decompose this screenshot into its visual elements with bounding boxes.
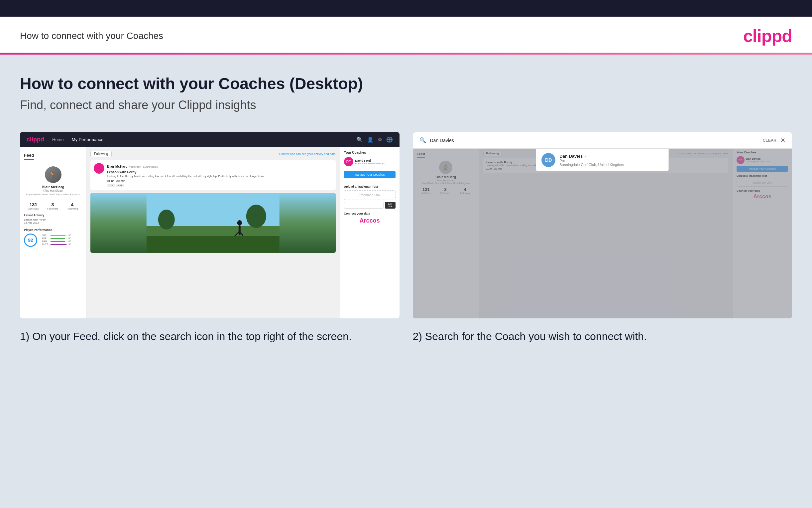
following-stat: 4 Following — [67, 202, 78, 210]
lesson-card: Blair McHarg Yesterday · Sunningdale Les… — [90, 160, 336, 190]
coaches-title: Your Coaches — [344, 151, 395, 154]
result-club: Sunningdale Golf Club, United Kingdom — [559, 163, 624, 167]
manage-coaches-button[interactable]: Manage Your Coaches — [344, 171, 395, 178]
profile-club: Royal North Devon Golf Club, United King… — [24, 193, 82, 196]
following-count: 4 — [67, 202, 78, 207]
bg-stat-1: 131Activities — [422, 187, 431, 194]
profile-nav-icon[interactable]: 👤 — [367, 136, 374, 143]
link-input-row: Add Link — [344, 202, 395, 209]
screenshot-block-2: clippd Home My Performance Feed 🏌 Blair … — [413, 132, 793, 344]
profile-name: Blair McHarg — [24, 185, 82, 189]
page-title: How to connect with your Coaches — [20, 31, 163, 41]
svg-point-3 — [158, 210, 175, 229]
bar-putt: PUTT 96 — [42, 243, 71, 246]
main-subtitle: Find, connect and share your Clippd insi… — [20, 98, 792, 112]
tag-app: APP — [116, 184, 124, 187]
putt-track — [51, 244, 67, 245]
followers-count: 3 — [47, 202, 58, 207]
activity-date: 03 Aug 2022 — [24, 221, 82, 224]
avatar-nav-icon[interactable]: 🌐 — [386, 136, 393, 143]
screenshot-block-1: clippd Home My Performance 🔍 👤 ⚙ 🌐 Feed — [20, 132, 399, 344]
app-track — [51, 238, 67, 239]
search-results: DD Dan Davies ✓ Pro Sunningdale Golf Clu… — [536, 149, 669, 171]
bg-arccos-logo: Arccos — [736, 194, 788, 200]
close-icon[interactable]: ✕ — [780, 137, 785, 144]
add-link-button[interactable]: Add Link — [385, 202, 395, 209]
app-val: 85 — [68, 237, 71, 240]
bg-name: Blair McHarg — [417, 175, 475, 179]
bg-stats: 131Activities 3Followers 4Following — [417, 187, 475, 194]
feed-tab[interactable]: Feed — [24, 153, 34, 160]
bg-right: Your Coaches DD Dan Davies Sunningdale G… — [732, 147, 792, 319]
arg-val: 86 — [68, 240, 71, 243]
lesson-coach-avatar — [94, 163, 104, 174]
bg-stat-2: 3Followers — [440, 187, 450, 194]
right-panel: Your Coaches DF David Ford Royal North D… — [340, 147, 399, 319]
activity-item: Lesson with Fordy — [24, 218, 82, 221]
search-result-item[interactable]: DD Dan Davies ✓ Pro Sunningdale Golf Clu… — [536, 149, 668, 171]
activities-count: 131 — [28, 202, 39, 207]
lesson-title: Lesson with Fordy — [107, 170, 265, 174]
trackman-link-box: Trackman Link — [344, 190, 395, 200]
upload-title: Upload a Trackman Test — [344, 185, 395, 188]
control-link[interactable]: Control who can see your activity and da… — [279, 153, 336, 156]
bg-upload-label: Upload a Trackman Test — [736, 174, 788, 177]
coach-avatar: DF — [344, 157, 353, 166]
search-input-display[interactable]: Dan Davies — [430, 138, 759, 143]
ott-val: 90 — [68, 234, 71, 237]
following-button[interactable]: Following — [90, 151, 112, 157]
trackman-link-input[interactable] — [344, 202, 384, 209]
svg-rect-6 — [239, 225, 241, 235]
coach-details: David Ford Royal North Devon Golf Club — [355, 159, 385, 165]
tag-ott: OTT — [107, 184, 115, 187]
quality-circle: 92 — [24, 234, 37, 247]
avatar-inner: 🏌 — [45, 166, 61, 183]
arg-track — [51, 241, 67, 242]
upload-section: Upload a Trackman Test Trackman Link Add… — [344, 185, 395, 209]
nav-home[interactable]: Home — [52, 137, 64, 142]
arg-label: ARG — [42, 240, 49, 243]
golf-svg — [90, 193, 336, 253]
bg-handicap: Plus Handicap — [417, 179, 475, 182]
activities-stat: 131 Activities — [28, 202, 39, 210]
bg-club-dim: Royal North Devon Golf Club, United King… — [417, 182, 475, 184]
svg-point-4 — [246, 205, 266, 228]
coach-item: DF David Ford Royal North Devon Golf Clu… — [344, 157, 395, 166]
result-role: Pro — [559, 159, 624, 163]
bg-content-dim: Feed 🏌 Blair McHarg Plus Handicap Royal … — [413, 147, 793, 319]
golf-image-inner — [90, 193, 336, 253]
left-panel: Feed 🏌 Blair McHarg Plus Handicap Royal … — [20, 147, 86, 319]
following-row: Following Control who can see your activ… — [90, 151, 336, 157]
profile-card: 🏌 Blair McHarg Plus Handicap Royal North… — [24, 164, 82, 199]
search-bar: 🔍 Dan Davies CLEAR ✕ — [413, 132, 793, 149]
coach-club-sm: Royal North Devon Golf Club — [355, 162, 385, 165]
coach-sub: Yesterday · Sunningdale — [129, 165, 157, 168]
followers-label: Followers — [47, 207, 58, 210]
bg-stat-3: 4Following — [460, 187, 470, 194]
coach-name-sm: David Ford — [355, 159, 385, 162]
putt-val: 96 — [68, 243, 71, 246]
arccos-logo: Arccos — [344, 217, 395, 224]
result-name: Dan Davies — [559, 154, 583, 159]
app-label: APP — [42, 237, 49, 240]
bg-arccos: Connect your data Arccos — [736, 189, 788, 200]
nav-my-performance[interactable]: My Performance — [72, 137, 103, 142]
bg-upload: Upload a Trackman Test Trackman Link — [736, 174, 788, 186]
clear-button[interactable]: CLEAR — [763, 138, 776, 143]
coach-name: Blair McHarg — [107, 165, 128, 168]
ott-label: OTT — [42, 234, 49, 237]
search-nav-icon[interactable]: 🔍 — [356, 136, 363, 143]
result-details: Dan Davies ✓ Pro Sunningdale Golf Club, … — [559, 154, 624, 167]
golf-image — [90, 193, 336, 253]
svg-point-5 — [237, 220, 242, 225]
coach-info: Blair McHarg Yesterday · Sunningdale — [107, 163, 265, 169]
screenshot-2: clippd Home My Performance Feed 🏌 Blair … — [413, 132, 793, 319]
bar-ott: OTT 90 — [42, 234, 71, 237]
settings-nav-icon[interactable]: ⚙ — [378, 136, 382, 143]
profile-handicap: Plus Handicap — [24, 189, 82, 192]
step-2-label: 2) Search for the Coach you wish to conn… — [413, 329, 793, 344]
screenshot-1: clippd Home My Performance 🔍 👤 ⚙ 🌐 Feed — [20, 132, 399, 319]
player-performance: Player Performance 92 OTT 90 — [24, 228, 82, 247]
search-overlay: 🔍 Dan Davies CLEAR ✕ DD Dan Davies — [413, 132, 793, 171]
avatar: 🏌 — [45, 166, 61, 183]
